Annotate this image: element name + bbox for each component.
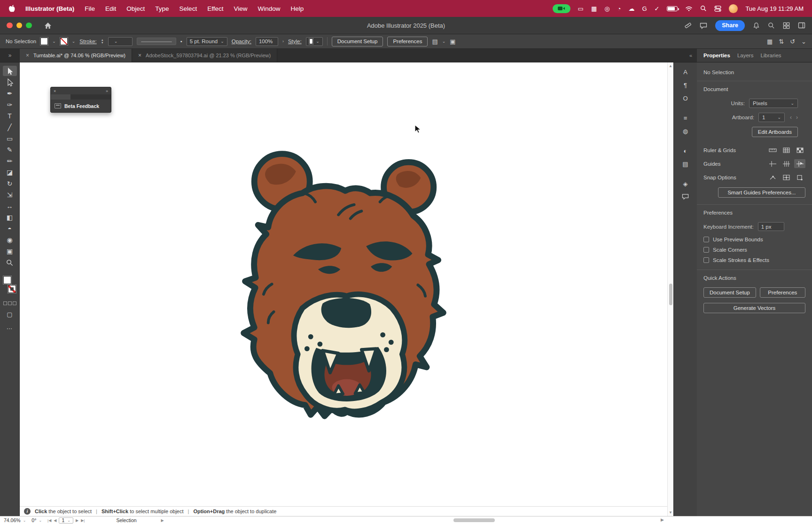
panel-collapse-icon[interactable]: « bbox=[689, 53, 692, 58]
zoom-window-button[interactable] bbox=[26, 23, 32, 29]
drive-icon[interactable]: G bbox=[642, 5, 647, 12]
opacity-value-select[interactable]: 100% bbox=[256, 37, 278, 46]
document-tab-adobestock[interactable]: × AdobeStock_597803794.ai @ 21.23 % (RGB… bbox=[132, 49, 277, 62]
show-guides-icon[interactable] bbox=[767, 159, 778, 168]
stroke-swatch[interactable] bbox=[60, 38, 68, 45]
rectangle-tool[interactable]: ▭ bbox=[3, 133, 17, 144]
tab-properties[interactable]: Properties bbox=[703, 53, 730, 58]
scale-strokes-effects-checkbox[interactable] bbox=[703, 257, 709, 263]
edit-artboards-button[interactable]: Edit Artboards bbox=[752, 127, 798, 137]
draw-normal-icon[interactable] bbox=[3, 301, 7, 305]
rotate-tool[interactable]: ↻ bbox=[3, 178, 17, 189]
close-tab-icon[interactable]: × bbox=[26, 52, 29, 59]
tab-layers[interactable]: Layers bbox=[737, 53, 754, 58]
preferences-button[interactable]: Preferences bbox=[387, 37, 428, 46]
shield-icon[interactable]: ✓ bbox=[655, 5, 660, 12]
swatches-panel-icon[interactable]: ▤ bbox=[679, 158, 692, 170]
grid-panel-icon[interactable]: ▦ bbox=[767, 38, 773, 45]
vertical-scrollbar[interactable]: ▲ ▼ bbox=[667, 62, 673, 516]
apple-menu-icon[interactable] bbox=[8, 5, 15, 13]
line-segment-tool[interactable]: ╱ bbox=[3, 122, 17, 132]
zoom-tool[interactable] bbox=[3, 257, 17, 268]
character-panel-icon[interactable]: A bbox=[679, 66, 692, 77]
pencil-tool[interactable]: ✏ bbox=[3, 156, 17, 166]
selection-tool[interactable] bbox=[3, 66, 17, 76]
quick-document-setup-button[interactable]: Document Setup bbox=[703, 287, 756, 298]
paintbrush-tool[interactable]: ✎ bbox=[3, 145, 17, 155]
scroll-right-icon[interactable]: ▶ bbox=[661, 517, 664, 522]
artboard-tool[interactable]: ▣ bbox=[3, 246, 17, 256]
screen-record-pill[interactable] bbox=[553, 4, 570, 13]
document-setup-button[interactable]: Document Setup bbox=[332, 37, 383, 46]
generate-vectors-button[interactable]: Generate Vectors bbox=[703, 303, 805, 313]
opacity-label-link[interactable]: Opacity: bbox=[232, 39, 251, 44]
menu-file[interactable]: File bbox=[85, 5, 95, 12]
fill-swatch[interactable] bbox=[40, 38, 48, 45]
minimize-window-button[interactable] bbox=[16, 23, 23, 29]
prev-artboard-icon[interactable]: ◀ bbox=[54, 518, 56, 523]
status-expand-icon[interactable]: ▶ bbox=[161, 518, 164, 523]
scale-corners-checkbox[interactable] bbox=[703, 247, 709, 253]
scroll-down-icon[interactable]: ▼ bbox=[668, 510, 673, 515]
beta-feedback-panel[interactable]: × » Beta Feedback bbox=[50, 87, 111, 113]
app-search-icon[interactable] bbox=[768, 22, 775, 29]
more-options-icon[interactable]: ⌄ bbox=[801, 38, 806, 45]
window-icon[interactable]: ▦ bbox=[591, 5, 597, 12]
snap-to-pixel-icon[interactable] bbox=[794, 173, 805, 182]
comment-icon[interactable] bbox=[700, 22, 707, 29]
menu-clock[interactable]: Tue Aug 19 11:29 AM bbox=[745, 5, 804, 12]
artboard-canvas[interactable]: × » Beta Feedback bbox=[20, 62, 667, 506]
display-icon[interactable]: ▭ bbox=[578, 5, 584, 12]
spotlight-search-icon[interactable] bbox=[700, 5, 707, 12]
show-grid-icon[interactable] bbox=[781, 146, 792, 154]
panels-layout-icon[interactable] bbox=[798, 22, 805, 29]
menu-window[interactable]: Window bbox=[258, 5, 280, 12]
circle-app-icon[interactable]: ◎ bbox=[604, 5, 609, 12]
notifications-bell-icon[interactable] bbox=[753, 22, 760, 29]
artboard-nav-select[interactable]: 1⌄ bbox=[59, 517, 73, 524]
style-swatch-select[interactable]: ⌄ bbox=[306, 37, 323, 46]
menu-help[interactable]: Help bbox=[290, 5, 304, 12]
menu-type[interactable]: Type bbox=[155, 5, 169, 12]
paragraph-panel-icon[interactable]: ¶ bbox=[679, 79, 692, 91]
artboard-select[interactable]: 1⌄ bbox=[758, 113, 785, 122]
stroke-chevron-icon[interactable]: ⌄ bbox=[72, 39, 76, 44]
comments-panel-icon[interactable] bbox=[679, 191, 692, 202]
cloud-icon[interactable]: ☁ bbox=[628, 5, 634, 12]
panel-close-icon[interactable]: × bbox=[54, 89, 56, 93]
bear-artwork[interactable] bbox=[226, 146, 463, 423]
appearance-panel-icon[interactable]: ◍ bbox=[679, 125, 692, 137]
eyedropper-tool[interactable]: ◓ bbox=[3, 223, 17, 234]
tab-libraries[interactable]: Libraries bbox=[760, 53, 781, 58]
close-tab-icon[interactable]: × bbox=[138, 52, 141, 59]
export-panel-icon[interactable]: ▣ bbox=[450, 38, 455, 45]
eraser-tool[interactable]: ◪ bbox=[3, 167, 17, 177]
scale-tool[interactable]: ⇲ bbox=[3, 190, 17, 200]
document-tab-turntable[interactable]: × Turntable.ai* @ 74.06 % (RGB/Preview) bbox=[20, 49, 132, 62]
snap-to-grid-icon[interactable] bbox=[781, 173, 792, 182]
direct-selection-tool[interactable] bbox=[3, 77, 17, 87]
curvature-tool[interactable]: ✑ bbox=[3, 100, 17, 110]
menu-view[interactable]: View bbox=[234, 5, 247, 12]
workspace-grid-icon[interactable] bbox=[783, 22, 790, 29]
graph-style-chevron-icon[interactable]: ⌄ bbox=[442, 39, 446, 44]
home-icon[interactable] bbox=[44, 22, 52, 29]
scroll-up-icon[interactable]: ▲ bbox=[668, 64, 673, 68]
clock-icon[interactable]: ◔ bbox=[617, 5, 621, 12]
transparency-grid-icon[interactable] bbox=[794, 146, 805, 154]
color-panel-icon[interactable]: ◐ bbox=[679, 145, 692, 156]
rotation-select[interactable]: 0°⌄ bbox=[31, 517, 42, 523]
brush-definition-select[interactable]: 5 pt. Round⌄ bbox=[187, 37, 227, 46]
units-select[interactable]: Pixels⌄ bbox=[749, 99, 798, 108]
glyphs-panel-icon[interactable]: ≡ bbox=[679, 112, 692, 123]
edit-toolbar-ellipsis-icon[interactable]: … bbox=[7, 324, 13, 331]
menu-edit[interactable]: Edit bbox=[105, 5, 116, 12]
quick-preferences-button[interactable]: Preferences bbox=[760, 287, 805, 298]
use-preview-bounds-checkbox[interactable] bbox=[703, 237, 709, 242]
horizontal-scroll-thumb[interactable] bbox=[453, 518, 495, 522]
stroke-weight-select[interactable]: ⌄ bbox=[108, 37, 133, 46]
style-label-link[interactable]: Style: bbox=[288, 39, 302, 44]
stroke-weight-stepper[interactable]: ▲▼ bbox=[101, 39, 104, 44]
stroke-color-chip[interactable] bbox=[8, 285, 16, 293]
first-artboard-icon[interactable]: |◀ bbox=[47, 518, 51, 523]
